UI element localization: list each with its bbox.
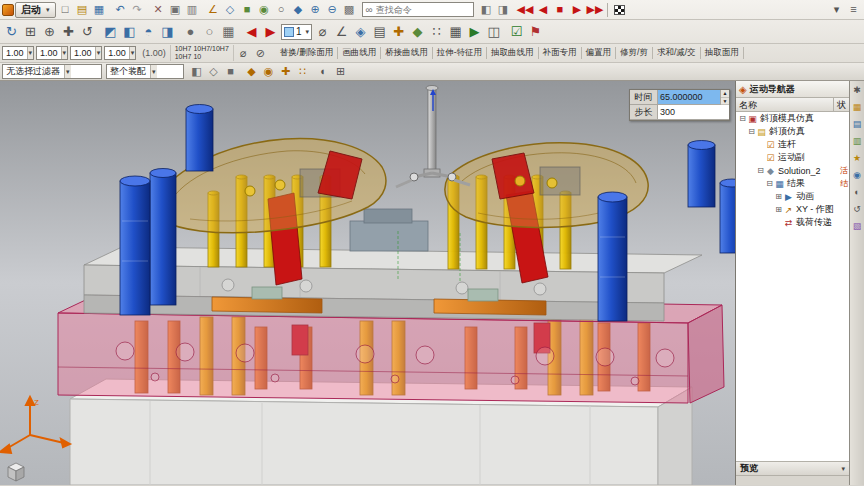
finish-flag-button[interactable] [611, 2, 628, 18]
tree-item-xy-graph[interactable]: ⊞↗XY - 作图 [736, 203, 849, 216]
pan-icon[interactable]: ✚ [59, 22, 78, 41]
group-tab[interactable]: 桥接曲线用 [381, 47, 433, 59]
expander-icon[interactable]: ⊟ [765, 179, 774, 188]
spin-up-icon[interactable]: ▲ [721, 90, 729, 98]
column-status[interactable]: 状 [834, 98, 849, 111]
tree-item-animation[interactable]: ⊞▶动画 [736, 190, 849, 203]
trimetric-view-icon[interactable]: ◩ [101, 22, 120, 41]
show-hide-icon[interactable]: ◐ [315, 64, 332, 80]
reuse-library-icon[interactable]: ★ [851, 152, 864, 165]
wcs-toggle-icon[interactable]: ⊞ [332, 64, 349, 80]
group-tab[interactable]: 抽取面用 [701, 47, 744, 59]
undo-icon[interactable]: ↶ [112, 2, 129, 18]
animation-options-icon[interactable]: ▾ [828, 2, 845, 18]
spin-down-icon[interactable]: ▼ [721, 98, 729, 106]
step-back-icon[interactable]: ◀ [534, 2, 551, 18]
tolerance-presets[interactable]: 10H7 10H7/10H7 10H7 10 [170, 45, 234, 61]
object-info-icon[interactable]: ◈ [351, 22, 370, 41]
stop-icon[interactable]: ■ [551, 2, 568, 18]
split-window-icon[interactable]: ◫ [484, 22, 503, 41]
copy-icon[interactable]: ▣ [167, 2, 184, 18]
play-icon[interactable]: ▶ [568, 2, 585, 18]
group-tab[interactable]: 求和/减/交 [653, 47, 701, 59]
part-navigator-icon[interactable]: ▥ [851, 135, 864, 148]
file-open-icon[interactable]: ▤ [74, 2, 91, 18]
tree-item-links[interactable]: ☑连杆 [736, 138, 849, 151]
step-value-field[interactable]: 300 [658, 105, 729, 120]
extrude-icon[interactable]: ■ [239, 2, 256, 18]
snap-center-icon[interactable]: ◉ [260, 64, 277, 80]
group-tab[interactable]: 修剪/剪 [616, 47, 653, 59]
time-spinner[interactable]: ▲▼ [720, 90, 729, 105]
window-tile-icon[interactable]: ◨ [495, 2, 512, 18]
value-field[interactable]: 1.00▾ [104, 46, 136, 60]
group-tab[interactable]: 拉伸-特征用 [433, 47, 487, 59]
select-edge-icon[interactable]: ◇ [205, 64, 222, 80]
expander-icon[interactable]: ⊞ [774, 192, 783, 201]
play-previous-icon[interactable]: ◀ [242, 22, 261, 41]
group-tab[interactable]: 画曲线用 [338, 47, 381, 59]
constraints-icon[interactable]: ◆ [408, 22, 427, 41]
edges-display-icon[interactable]: ▦ [219, 22, 238, 41]
tree-item-sim-root[interactable]: ⊟▣斜顶模具仿真 [736, 112, 849, 125]
flag-note-icon[interactable]: ⚑ [526, 22, 545, 41]
snap-endpoint-icon[interactable]: ∷ [294, 64, 311, 80]
color-swatch-dropdown[interactable]: 1▾ [281, 24, 312, 40]
grid-toggle-icon[interactable]: ▦ [446, 22, 465, 41]
wcs-orient-icon[interactable]: ✚ [389, 22, 408, 41]
zoom-icon[interactable]: ⊕ [40, 22, 59, 41]
redo-icon[interactable]: ↷ [129, 2, 146, 18]
fit-view-icon[interactable]: ⊞ [21, 22, 40, 41]
play-next-icon[interactable]: ▶ [261, 22, 280, 41]
front-view-icon[interactable]: ◧ [120, 22, 139, 41]
selection-filter-dropdown[interactable]: 无选择过滤器▾ [2, 64, 102, 79]
value-field[interactable]: 1.00▾ [70, 46, 102, 60]
tree-item-joints[interactable]: ☑运动副 [736, 151, 849, 164]
measure-diameter-icon[interactable]: ⌀ [313, 22, 332, 41]
tolerance-preset-icon[interactable]: ⊘ [252, 45, 269, 61]
rewind-icon[interactable]: ◀◀ [516, 2, 535, 18]
group-tab[interactable]: 偏置用 [582, 47, 617, 59]
constraint-navigator-icon[interactable]: ▤ [851, 118, 864, 131]
web-browser-icon[interactable]: ◐ [851, 186, 864, 199]
system-palette-icon[interactable]: ▧ [851, 220, 864, 233]
cut-icon[interactable]: ✕ [150, 2, 167, 18]
snap-midpoint-icon[interactable]: ◆ [243, 64, 260, 80]
diameter-preset-icon[interactable]: ⌀ [235, 45, 252, 61]
tree-item-sim-folder[interactable]: ⊟▤斜顶仿真 [736, 125, 849, 138]
preview-section-bar[interactable]: 预览 ▾ [736, 461, 849, 475]
mold-assembly-model[interactable]: Z [0, 81, 735, 485]
unite-icon[interactable]: ⊕ [307, 2, 324, 18]
assembly-navigator-icon[interactable]: ▦ [851, 101, 864, 114]
edge-blend-icon[interactable]: ◆ [290, 2, 307, 18]
fast-forward-icon[interactable]: ▶▶ [585, 2, 604, 18]
top-view-icon[interactable]: ◓ [139, 22, 158, 41]
expander-icon[interactable]: ⊞ [774, 205, 783, 214]
graphics-viewport[interactable]: Z 时间 65.000000 ▲▼ 步长 300 [0, 81, 735, 485]
roles-gear-icon[interactable]: ✱ [851, 84, 864, 97]
view-cube-icon[interactable] [8, 463, 24, 481]
window-cascade-icon[interactable]: ◧ [478, 2, 495, 18]
select-body-icon[interactable]: ■ [222, 64, 239, 80]
start-menu-button[interactable]: 启动▾ [15, 2, 56, 18]
shaded-mode-icon[interactable]: ● [181, 22, 200, 41]
time-value-field[interactable]: 65.000000 [658, 90, 720, 105]
hd3d-tools-icon[interactable]: ◉ [851, 169, 864, 182]
datum-plane-icon[interactable]: ◇ [222, 2, 239, 18]
search-input[interactable] [376, 5, 456, 15]
wireframe-mode-icon[interactable]: ○ [200, 22, 219, 41]
value-field[interactable]: 1.00▾ [36, 46, 68, 60]
revolve-icon[interactable]: ◉ [256, 2, 273, 18]
right-view-icon[interactable]: ◨ [158, 22, 177, 41]
snap-intersection-icon[interactable]: ✚ [277, 64, 294, 80]
hole-icon[interactable]: ○ [273, 2, 290, 18]
command-finder[interactable]: ∞ [362, 2, 474, 17]
history-icon[interactable]: ↺ [851, 203, 864, 216]
group-tab[interactable]: 补面专用 [539, 47, 582, 59]
expander-icon[interactable]: ⊟ [756, 166, 765, 175]
group-tab[interactable]: 抽取曲线用 [487, 47, 539, 59]
minimize-ribbon-icon[interactable]: ≡ [845, 2, 862, 18]
check-mate-icon[interactable]: ☑ [507, 22, 526, 41]
sketch-icon[interactable]: ∠ [205, 2, 222, 18]
column-name[interactable]: 名称 [736, 98, 834, 111]
